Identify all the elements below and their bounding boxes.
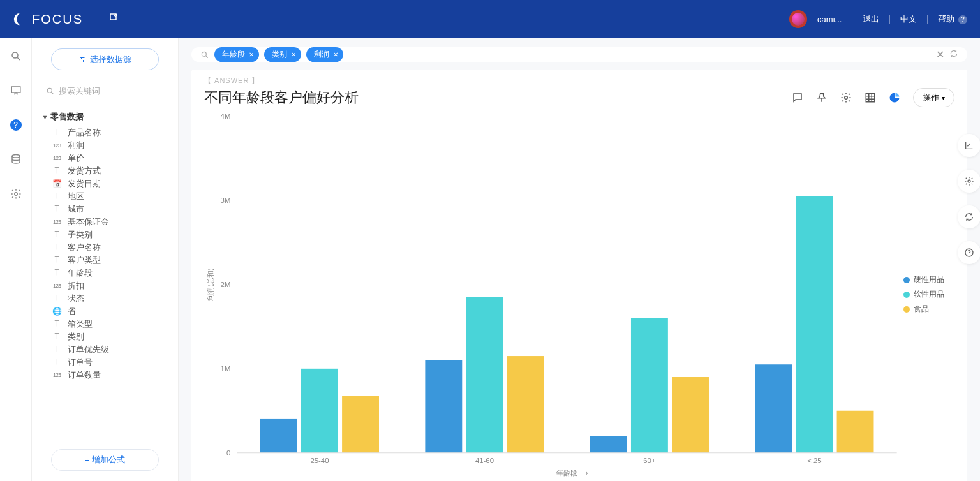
- field-item[interactable]: 123折扣: [45, 279, 178, 292]
- text-icon: ⟙: [51, 345, 63, 354]
- field-item[interactable]: 123基本保证金: [45, 216, 178, 228]
- legend-label: 硬性用品: [914, 274, 944, 285]
- field-item[interactable]: 📅发货日期: [45, 177, 178, 190]
- svg-text:< 25: < 25: [807, 457, 821, 464]
- field-item[interactable]: ⟙年龄段: [45, 267, 178, 279]
- text-icon: ⟙: [51, 205, 63, 214]
- query-pill[interactable]: 年龄段✕: [214, 47, 259, 62]
- legend-item[interactable]: 软性用品: [903, 289, 952, 300]
- pin-icon[interactable]: [816, 92, 828, 103]
- bar[interactable]: [260, 419, 297, 453]
- field-item[interactable]: ⟙客户类型: [45, 254, 178, 267]
- chart-refresh-button[interactable]: [958, 205, 980, 228]
- calendar-icon: 📅: [51, 179, 63, 188]
- help-question-icon: ?: [958, 15, 967, 24]
- bar[interactable]: [590, 436, 627, 452]
- bar[interactable]: [466, 297, 503, 453]
- svg-text:年龄段: 年龄段: [556, 469, 577, 477]
- bar[interactable]: [342, 396, 379, 453]
- field-item[interactable]: 123单价: [45, 152, 178, 165]
- database-icon: [10, 154, 22, 165]
- field-item[interactable]: ⟙订单优先级: [45, 343, 178, 356]
- language-link[interactable]: 中文: [900, 13, 917, 25]
- edit-icon: [108, 12, 120, 24]
- rail-search[interactable]: [8, 48, 24, 64]
- logout-link[interactable]: 退出: [863, 13, 879, 25]
- field-item[interactable]: ⟙箱类型: [45, 318, 178, 330]
- avatar[interactable]: [789, 10, 807, 28]
- svg-rect-7: [866, 93, 875, 102]
- username[interactable]: cami...: [817, 15, 842, 24]
- field-item[interactable]: 🌐省: [45, 305, 178, 318]
- bar[interactable]: [425, 360, 462, 453]
- bar[interactable]: [672, 377, 709, 453]
- answer-label-tag: 【 ANSWER 】: [204, 76, 954, 85]
- bar[interactable]: [755, 364, 792, 452]
- edit-icon-button[interactable]: [108, 12, 120, 26]
- datasource-group-header[interactable]: ▾ 零售数据: [32, 107, 178, 126]
- refresh-icon: [964, 212, 974, 222]
- field-item[interactable]: ⟙产品名称: [45, 126, 178, 139]
- field-item[interactable]: ⟙发货方式: [45, 165, 178, 177]
- pill-remove-icon[interactable]: ✕: [291, 51, 296, 58]
- gear-icon[interactable]: [840, 92, 852, 103]
- chart-help-button[interactable]: [958, 241, 980, 264]
- help-link[interactable]: 帮助 ?: [938, 13, 967, 25]
- number-icon: 123: [51, 283, 63, 289]
- field-item[interactable]: ⟙状态: [45, 292, 178, 305]
- rail-context-help[interactable]: ?: [8, 117, 24, 133]
- text-icon: ⟙: [51, 256, 63, 265]
- refresh-query-button[interactable]: [949, 49, 958, 61]
- pill-remove-icon[interactable]: ✕: [333, 51, 338, 58]
- rail-presentation[interactable]: [8, 83, 24, 98]
- clear-query-button[interactable]: ✕: [936, 48, 944, 61]
- field-label: 订单优先级: [68, 344, 109, 355]
- chart-legend: 硬性用品软性用品食品: [903, 110, 954, 479]
- plus-icon: +: [85, 455, 90, 465]
- search-icon: [10, 50, 22, 62]
- field-item[interactable]: ⟙子类别: [45, 228, 178, 241]
- axes-icon: [964, 140, 974, 151]
- rail-settings[interactable]: [8, 186, 24, 202]
- operation-button[interactable]: 操作▾: [913, 88, 954, 107]
- card-toolbar: 操作▾: [792, 88, 954, 107]
- query-pill[interactable]: 类别✕: [264, 47, 301, 62]
- bar[interactable]: [796, 196, 833, 453]
- add-formula-button[interactable]: + 增加公式: [51, 449, 159, 471]
- field-label: 订单号: [68, 357, 93, 368]
- svg-text:利润(总和): 利润(总和): [207, 268, 214, 301]
- chart-edit-axes-button[interactable]: [958, 134, 980, 157]
- text-icon: ⟙: [51, 192, 63, 201]
- answer-card: 【 ANSWER 】 不同年龄段客户偏好分析 操作▾ 01M2M3M4M利润(总…: [191, 70, 967, 481]
- query-bar[interactable]: 年龄段✕类别✕利润✕ ✕: [191, 47, 967, 62]
- text-icon: ⟙: [51, 294, 63, 303]
- field-item[interactable]: 123订单数量: [45, 369, 178, 381]
- number-icon: 123: [51, 372, 63, 378]
- pie-chart-icon[interactable]: [889, 92, 900, 103]
- question-icon: [964, 248, 974, 258]
- field-item[interactable]: ⟙类别: [45, 330, 178, 343]
- svg-text:3M: 3M: [221, 196, 231, 204]
- keyword-search[interactable]: 搜索关键词: [42, 83, 168, 100]
- field-item[interactable]: ⟙地区: [45, 190, 178, 203]
- pill-remove-icon[interactable]: ✕: [249, 51, 254, 58]
- bar[interactable]: [301, 369, 338, 453]
- query-pill[interactable]: 利润✕: [306, 47, 343, 62]
- svg-text:1M: 1M: [221, 365, 231, 373]
- bar[interactable]: [631, 318, 668, 453]
- legend-item[interactable]: 食品: [903, 304, 952, 314]
- select-datasource-button[interactable]: 选择数据源: [51, 48, 159, 70]
- rail-database[interactable]: [8, 152, 24, 167]
- bar[interactable]: [507, 356, 544, 453]
- table-icon[interactable]: [865, 92, 876, 103]
- comment-icon[interactable]: [792, 92, 803, 103]
- field-item[interactable]: ⟙订单号: [45, 356, 178, 369]
- card-title: 不同年龄段客户偏好分析: [204, 88, 359, 107]
- bar[interactable]: [837, 411, 874, 453]
- field-item[interactable]: 123利润: [45, 139, 178, 152]
- text-icon: ⟙: [51, 243, 63, 252]
- field-item[interactable]: ⟙城市: [45, 203, 178, 216]
- legend-item[interactable]: 硬性用品: [903, 274, 952, 285]
- field-item[interactable]: ⟙客户名称: [45, 241, 178, 254]
- chart-settings-button[interactable]: [958, 170, 980, 193]
